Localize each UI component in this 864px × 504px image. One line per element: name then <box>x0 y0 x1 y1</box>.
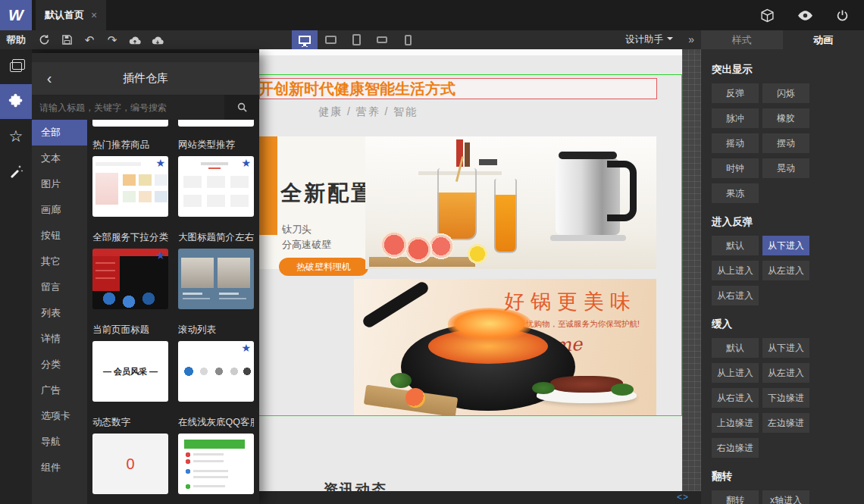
device-phone-landscape-button[interactable] <box>369 30 395 49</box>
plugin-category-item[interactable]: 组件 <box>32 455 87 481</box>
plugin-category-item[interactable]: 导航 <box>32 429 87 455</box>
device-phone-portrait-button[interactable] <box>395 30 421 49</box>
device-tablet-portrait-button[interactable] <box>343 30 369 49</box>
code-view-icon[interactable]: <> <box>677 492 689 502</box>
collapse-panel-button[interactable]: » <box>688 30 694 49</box>
cloud-upload-icon[interactable] <box>129 34 141 46</box>
wok-handle-graphic <box>361 280 430 330</box>
tab-style[interactable]: 样式 <box>701 30 783 49</box>
anim-option-button[interactable]: 从下进入 <box>762 338 809 358</box>
plugin-category-item[interactable]: 留言 <box>32 274 87 300</box>
product-cta-button[interactable]: 热破壁料理机 <box>279 258 368 276</box>
tab-close-icon[interactable]: × <box>91 9 97 21</box>
plugin-panel-body: 全部 文本 图片 画廊 按钮 其它 留言 列表 详情 分类 广告 选项卡 导航 … <box>32 120 259 504</box>
anim-option-button[interactable]: 时钟 <box>712 158 759 178</box>
plugin-card[interactable]: 滚动列表 ★ <box>178 319 254 402</box>
cloud-download-icon[interactable] <box>152 34 164 46</box>
power-icon[interactable] <box>836 9 849 22</box>
plugin-search-bar <box>32 95 259 120</box>
anim-option-button[interactable]: 从右进入 <box>712 286 759 305</box>
plugin-category-item[interactable]: 图片 <box>32 171 87 197</box>
topbar-actions <box>760 8 864 23</box>
plugin-card[interactable]: 全部服务下拉分类带... ★ <box>92 227 168 309</box>
anim-option-button[interactable]: 脉冲 <box>712 108 759 128</box>
anim-option-button[interactable]: 晃动 <box>762 158 809 178</box>
product-section[interactable]: 全新配置 钛刀头 分高速破壁 热破壁料理机 <box>259 136 656 269</box>
back-chevron-icon[interactable]: ‹ <box>32 70 67 87</box>
plugin-card[interactable]: 大图标题简介左右切... <box>178 227 254 309</box>
anim-option-button[interactable]: 翻转 <box>712 490 759 504</box>
device-tablet-landscape-button[interactable] <box>318 30 343 49</box>
plugin-category-item[interactable]: 画廊 <box>32 197 87 223</box>
anim-option-button[interactable]: 闪烁 <box>762 83 809 103</box>
pages-icon <box>10 62 22 72</box>
preview-eye-icon[interactable] <box>797 11 813 20</box>
anim-option-button[interactable]: 上边缘进 <box>712 413 759 433</box>
anim-option-button[interactable]: 从左进入 <box>762 363 809 383</box>
sidebar-item-favorites[interactable]: ☆ <box>0 119 32 154</box>
anim-option-button[interactable]: 左边缘进 <box>762 413 809 433</box>
plugin-category-item[interactable]: 分类 <box>32 352 87 377</box>
puzzle-icon <box>8 93 24 110</box>
anim-option-button[interactable]: 默认 <box>712 236 759 255</box>
wok-banner[interactable]: 好锅更美味 无忧购物，至诚服务为你保驾护航! Warm Home <box>354 279 656 415</box>
canvas-scrollbar[interactable] <box>682 49 701 491</box>
sidebar-item-plugins[interactable] <box>0 84 32 119</box>
plugin-category-item[interactable]: 列表 <box>32 300 87 326</box>
undo-icon[interactable]: ↶ <box>83 34 95 46</box>
anim-option-button[interactable]: 默认 <box>712 338 759 358</box>
anim-option-button[interactable]: 右边缘进 <box>712 438 759 458</box>
page-tab[interactable]: 默认首页 × <box>36 0 106 30</box>
plugin-category-item[interactable]: 文本 <box>32 146 87 171</box>
sidebar-item-wizard[interactable] <box>0 154 32 189</box>
plugin-category-item[interactable]: 选项卡 <box>32 403 87 429</box>
kettle-graphic <box>556 158 620 235</box>
anim-option-button[interactable]: 从上进入 <box>712 363 759 383</box>
plugin-search-input[interactable] <box>32 95 224 120</box>
plugin-category-item[interactable]: 详情 <box>32 326 87 352</box>
components-cube-icon[interactable] <box>760 8 775 23</box>
canvas[interactable]: 开创新时代健康智能生活方式 健康 / 营养 / 智能 全新配置 钛刀头 分高速破… <box>259 49 682 491</box>
save-icon[interactable] <box>61 34 73 46</box>
anim-option-button[interactable]: 下边缘进 <box>762 388 809 408</box>
anim-option-button[interactable]: 从上进入 <box>712 261 759 280</box>
section-bounce-in-heading: 进入反弹 <box>712 215 853 229</box>
plugin-card[interactable]: 在线浅灰底QQ客服 <box>178 412 254 494</box>
anim-option-button[interactable]: 摇动 <box>712 133 759 153</box>
plugin-card[interactable]: 网站类型推荐 ★ <box>178 134 254 217</box>
device-desktop-button[interactable] <box>292 30 318 49</box>
redo-icon[interactable]: ↷ <box>106 34 118 46</box>
canvas-subtitle[interactable]: 健康 / 营养 / 智能 <box>318 105 418 119</box>
desktop-icon <box>299 36 311 44</box>
plugin-card[interactable]: 当前页面标题 — 会员风采 — <box>92 319 168 402</box>
plugin-card-partial[interactable] <box>92 120 168 127</box>
fruit-graphic <box>365 214 502 269</box>
sidebar-item-pages[interactable] <box>0 49 32 84</box>
device-switcher <box>292 30 421 49</box>
search-button[interactable] <box>224 95 259 120</box>
plugin-card-label: 网站类型推荐 <box>178 139 254 152</box>
anim-option-button[interactable]: 果冻 <box>712 183 759 203</box>
anim-option-button[interactable]: 从左进入 <box>762 261 809 280</box>
anim-option-button[interactable]: 橡胶 <box>762 108 809 128</box>
tab-animation[interactable]: 动画 <box>783 30 864 49</box>
plugin-category-item[interactable]: 按钮 <box>32 223 87 249</box>
help-button[interactable]: 帮助 <box>6 33 26 47</box>
anim-option-button[interactable]: x轴进入 <box>762 490 809 504</box>
plugin-card[interactable]: 动态数字 0 <box>92 412 168 494</box>
design-assistant-button[interactable]: 设计助手 <box>625 30 673 49</box>
refresh-icon[interactable] <box>38 34 50 46</box>
plugin-category-item[interactable]: 广告 <box>32 377 87 403</box>
anim-option-button[interactable]: 摆动 <box>762 133 809 153</box>
plugin-card[interactable]: 热门推荐商品 ★ <box>92 134 168 217</box>
anim-option-button-selected[interactable]: 从下进入 <box>762 236 809 255</box>
plugin-category-item[interactable]: 全部 <box>32 120 87 146</box>
plugin-card-partial[interactable] <box>178 120 254 127</box>
plugin-category-item[interactable]: 其它 <box>32 249 87 274</box>
star-badge-icon: ★ <box>155 250 165 261</box>
anim-option-button[interactable]: 反弹 <box>712 83 759 103</box>
anim-option-button[interactable]: 从右进入 <box>712 388 759 408</box>
plugin-card-thumbnail: ★ <box>92 156 168 217</box>
selected-headline-element[interactable]: 开创新时代健康智能生活方式 <box>259 78 657 99</box>
star-badge-icon: ★ <box>241 158 251 168</box>
